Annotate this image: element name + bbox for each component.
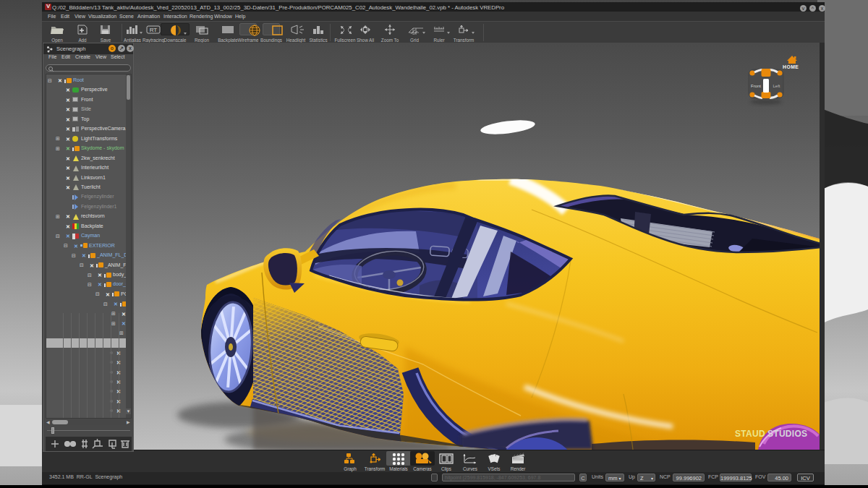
svg-text:STAUDSTUDIOS: STAUDSTUDIOS bbox=[735, 429, 807, 439]
svg-text:Left: Left bbox=[773, 84, 780, 88]
svg-text:Front: Front bbox=[751, 84, 761, 88]
svg-text:HOME: HOME bbox=[783, 64, 799, 69]
